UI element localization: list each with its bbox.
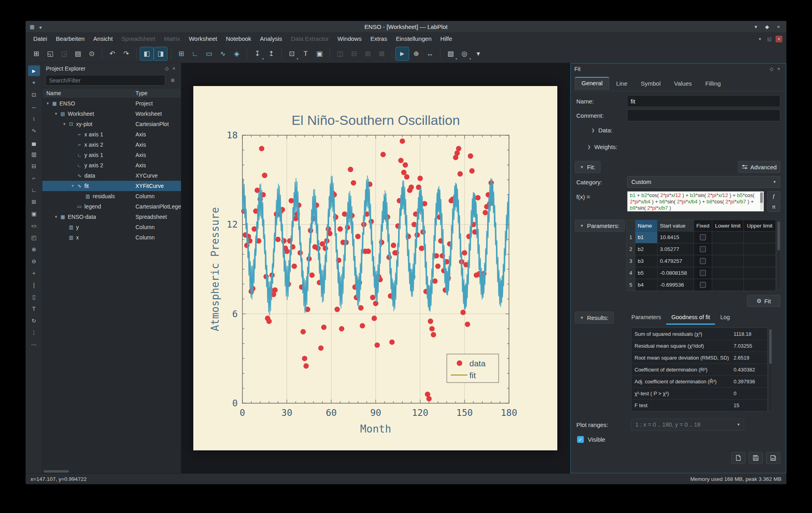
reference-range-tool[interactable]: ▯: [28, 291, 40, 302]
tree-row-x-axis-1[interactable]: ⌐x axis 1Axis: [42, 129, 181, 140]
float-dock-icon[interactable]: ◇: [768, 65, 775, 73]
theme-button[interactable]: ◈: [230, 47, 243, 60]
magnifier-button[interactable]: ◎▾: [458, 47, 471, 60]
float-dock-icon[interactable]: ◇: [163, 65, 170, 72]
export-results-button[interactable]: [731, 452, 745, 464]
tab-line[interactable]: Line: [609, 77, 634, 90]
param-header-fixed[interactable]: Fixed: [694, 220, 712, 231]
close-dock-icon[interactable]: ×: [775, 65, 782, 73]
param-header-name[interactable]: Name: [635, 220, 658, 231]
results-tab-log[interactable]: Log: [715, 312, 735, 325]
insert-function-button[interactable]: ƒ: [767, 191, 780, 201]
results-tab-goodness-of-fit[interactable]: Goodness of fit: [666, 312, 715, 325]
visible-checkbox[interactable]: ✓: [577, 436, 584, 443]
minimize-icon[interactable]: ▾: [755, 24, 757, 30]
filter-options-icon[interactable]: ≡: [168, 75, 178, 86]
y-axis-tool[interactable]: ∟: [28, 184, 40, 195]
project-explorer-header[interactable]: Project Explorer ◇ ×: [42, 63, 181, 74]
data-section-toggle[interactable]: ❯ Data:: [591, 127, 612, 134]
column-divider[interactable]: [133, 90, 133, 97]
tree-row-y-axis-2[interactable]: ∟y axis 2Axis: [42, 160, 181, 170]
more-toolbar-options-button[interactable]: ▾: [472, 47, 485, 60]
menu-item-analysis[interactable]: Analysis: [255, 33, 286, 45]
weights-section-toggle[interactable]: ❯ Weights:: [587, 144, 617, 150]
param-start-value-cell[interactable]: 10.6415: [658, 232, 694, 243]
name-field[interactable]: [627, 95, 780, 107]
scrollbar-thumb[interactable]: [44, 470, 69, 473]
export-button[interactable]: ↧▾: [251, 47, 264, 60]
zoom-mode-button[interactable]: ⊕: [410, 47, 423, 60]
maximize-icon[interactable]: ◆: [765, 24, 769, 30]
tree-row-y[interactable]: ▥yColumn: [42, 222, 181, 232]
fit-dock-header[interactable]: Fit ◇ ×: [571, 63, 786, 75]
zoom-in-tool[interactable]: ⊕: [28, 244, 40, 255]
fixed-checkbox[interactable]: [700, 282, 706, 288]
fixed-checkbox[interactable]: [700, 246, 706, 252]
close-dock-icon[interactable]: ×: [170, 65, 177, 72]
menu-item-einstellungen[interactable]: Einstellungen: [391, 33, 436, 45]
parameters-scrollbar[interactable]: [777, 220, 781, 290]
drop-lines-tool[interactable]: ⋮: [28, 327, 40, 338]
toggle-right-dock-button[interactable]: ◨: [154, 47, 167, 60]
pointer-mode-button[interactable]: ►: [396, 47, 409, 60]
tree-row-y-axis-1[interactable]: ∟y axis 1Axis: [42, 150, 181, 160]
add-image-button[interactable]: ▣: [313, 47, 326, 60]
scrollbar-thumb[interactable]: [778, 221, 780, 251]
run-fit-button[interactable]: ⚙ Fit: [747, 295, 780, 307]
zoom-select-button[interactable]: ⊡▾: [285, 47, 298, 60]
menu-item-notebook[interactable]: Notebook: [221, 33, 255, 45]
bar-plot-tool[interactable]: ▥: [28, 149, 40, 159]
param-upper-limit-cell[interactable]: [744, 243, 776, 255]
redo-button[interactable]: ↷: [120, 47, 133, 60]
param-upper-limit-cell[interactable]: [744, 232, 776, 243]
mdi-restore-button[interactable]: ◱: [766, 36, 773, 42]
plot-legend[interactable]: datafit: [447, 354, 499, 383]
titlebar[interactable]: ▦ ► ENSO - [Worksheet] — LabPlot ▾◆×: [26, 21, 786, 33]
expander-icon[interactable]: ▼: [53, 112, 59, 116]
search-input[interactable]: [46, 75, 165, 86]
tree-row-enso[interactable]: ▼▦ENSOProject: [42, 98, 181, 109]
category-select[interactable]: Custom ▼: [627, 176, 780, 188]
column-header-type[interactable]: Type: [135, 90, 147, 96]
tree-row-x-axis-2[interactable]: ⌐x axis 2Axis: [42, 140, 181, 150]
legend-tool[interactable]: ▭: [28, 220, 40, 231]
rotate-tool[interactable]: ↻: [28, 315, 40, 326]
mdi-minimize-button[interactable]: ▾: [757, 36, 763, 42]
menu-item-ansicht[interactable]: Ansicht: [89, 33, 117, 45]
save-as-button[interactable]: [766, 452, 780, 464]
open-project-button[interactable]: ◱: [44, 47, 57, 60]
expander-icon[interactable]: ▼: [53, 215, 59, 219]
param-start-value-cell[interactable]: -0.699536: [658, 279, 694, 291]
undo-button[interactable]: ↶: [106, 47, 119, 60]
comment-field[interactable]: [627, 109, 780, 121]
fixed-checkbox[interactable]: [700, 270, 706, 276]
worksheet-view[interactable]: 0306090120150180061218El Niño-Southern O…: [181, 63, 570, 473]
expander-icon[interactable]: ▼: [70, 184, 76, 188]
add-cartesian-plot-button[interactable]: ⊞: [175, 47, 188, 60]
results-scrollbar[interactable]: [768, 327, 772, 412]
fixed-checkbox[interactable]: [700, 258, 706, 264]
tree-row-enso-data[interactable]: ▼▦ENSO-dataSpreadsheet: [42, 212, 181, 222]
expander-icon[interactable]: ▼: [45, 101, 51, 105]
menu-item-hilfe[interactable]: Hilfe: [436, 33, 457, 45]
mdi-close-button[interactable]: ×: [776, 36, 782, 42]
menu-item-windows[interactable]: Windows: [333, 33, 366, 45]
scrollbar-thumb[interactable]: [769, 329, 772, 364]
param-lower-limit-cell[interactable]: [712, 279, 744, 291]
crosshair-tool[interactable]: ⌖: [28, 77, 40, 88]
histogram-tool[interactable]: ▄: [28, 137, 40, 147]
param-header-lower-limit[interactable]: Lower limit: [712, 220, 744, 231]
tree-row-legend[interactable]: ▭legendCartesianPlotLegend: [42, 201, 181, 212]
fixed-checkbox[interactable]: [700, 234, 706, 240]
horizontal-scrollbar[interactable]: [42, 469, 181, 473]
param-start-value-cell[interactable]: 3.05277: [658, 243, 694, 255]
tab-filling[interactable]: Filling: [699, 77, 728, 90]
add-curve-button[interactable]: ∿: [216, 47, 229, 60]
select-region-button[interactable]: ▧▾: [444, 47, 457, 60]
param-upper-limit-cell[interactable]: [744, 267, 776, 279]
parameters-section-toggle[interactable]: ▼ Parameters:: [575, 220, 625, 232]
pointer-tool[interactable]: ►: [28, 65, 40, 76]
tree-row-data[interactable]: ∿dataXYCurve: [42, 170, 181, 181]
param-upper-limit-cell[interactable]: [744, 255, 776, 267]
select-mode-button[interactable]: ↔: [423, 47, 436, 60]
